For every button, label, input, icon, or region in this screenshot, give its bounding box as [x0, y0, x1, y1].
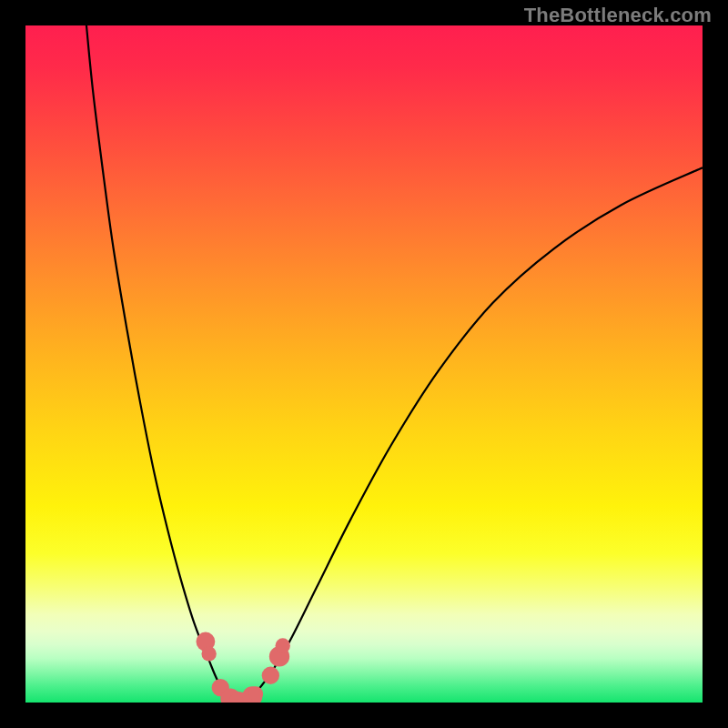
right-curve [238, 167, 703, 703]
left-curve [86, 25, 238, 703]
data-marker [276, 638, 290, 652]
data-marker [201, 646, 216, 661]
data-marker [248, 686, 263, 701]
curve-layer [25, 25, 703, 703]
plot-area [25, 25, 703, 703]
data-marker [262, 667, 279, 684]
marker-group [196, 632, 289, 703]
watermark-text: TheBottleneck.com [524, 4, 712, 27]
chart-frame: TheBottleneck.com [0, 0, 728, 728]
